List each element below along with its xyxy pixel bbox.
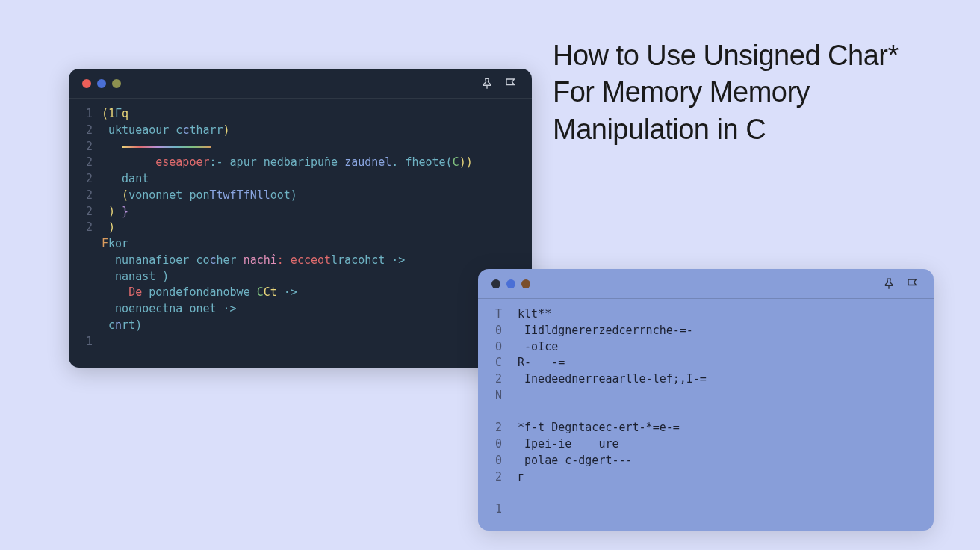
pin-icon[interactable]: [881, 276, 896, 291]
traffic-lights: [491, 279, 530, 288]
code-window-light: T 0 O C 2 N 2 0 0 2 1 klt** Iidldgnererz…: [478, 269, 934, 531]
gutter: T 0 O C 2 N 2 0 0 2 1: [478, 306, 506, 518]
rainbow-divider-icon: [122, 146, 211, 148]
code-content: klt** Iidldgnererzedcerrnche-=- -оIсе R-…: [511, 306, 934, 518]
flag-icon[interactable]: [503, 76, 518, 91]
traffic-lights: [82, 79, 121, 88]
flag-icon[interactable]: [905, 276, 920, 291]
titlebar: [478, 269, 934, 299]
close-icon[interactable]: [82, 79, 91, 88]
minimize-icon[interactable]: [97, 79, 106, 88]
code-content: (1Гq uktueaour cctharr) eseapoer:- apur …: [102, 106, 532, 350]
minimize-icon[interactable]: [506, 279, 515, 288]
code-area[interactable]: 1 2 2 2 2 2 2 2 1 (1Гq uktueaour cctharr…: [69, 99, 532, 357]
maximize-icon[interactable]: [521, 279, 530, 288]
titlebar: [69, 69, 532, 99]
code-area[interactable]: T 0 O C 2 N 2 0 0 2 1 klt** Iidldgnererz…: [478, 299, 934, 525]
page-title: How to Use Unsigned Char* For Memory Mem…: [553, 37, 911, 148]
code-window-dark: 1 2 2 2 2 2 2 2 1 (1Гq uktueaour cctharr…: [69, 69, 532, 368]
close-icon[interactable]: [491, 279, 500, 288]
pin-icon[interactable]: [480, 76, 494, 91]
maximize-icon[interactable]: [112, 79, 121, 88]
gutter: 1 2 2 2 2 2 2 2 1: [69, 106, 97, 350]
